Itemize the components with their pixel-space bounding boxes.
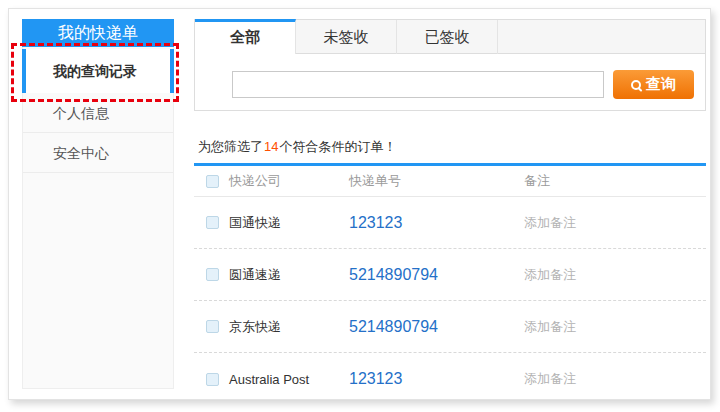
cell-add-remark-link[interactable]: 添加备注 <box>524 215 576 230</box>
search-button[interactable]: 查询 <box>613 70 694 99</box>
search-icon <box>631 80 641 90</box>
tracking-search-input[interactable] <box>232 71 604 98</box>
column-header-remark: 备注 <box>524 172 706 190</box>
row-checkbox[interactable] <box>206 320 219 333</box>
result-summary-suffix: 个符合条件的订单！ <box>279 139 396 154</box>
filter-panel: 全部未签收已签收 查询 <box>194 19 706 111</box>
cell-tracking-no-link[interactable]: 5214890794 <box>349 266 438 283</box>
sidebar-item[interactable]: 我的查询记录 <box>22 49 174 93</box>
result-count: 14 <box>263 139 279 154</box>
cell-company: 圆通速递 <box>229 266 349 284</box>
cell-tracking-no-link[interactable]: 123123 <box>349 214 402 231</box>
table-row: Australia Post 123123 添加备注 <box>194 353 706 405</box>
main-card: 我的快递单 我的查询记录个人信息安全中心 全部未签收已签收 查询 为您筛选了14… <box>8 8 711 400</box>
sidebar-title: 我的快递单 <box>22 19 174 47</box>
cell-company: Australia Post <box>229 372 349 387</box>
tab-bar: 全部未签收已签收 <box>195 20 705 54</box>
column-header-tracking-no: 快递单号 <box>349 172 524 190</box>
sidebar-item[interactable]: 个人信息 <box>23 93 173 133</box>
table-header-row: 快递公司 快递单号 备注 <box>194 166 706 197</box>
cell-tracking-no-link[interactable]: 123123 <box>349 370 402 387</box>
sidebar: 我的快递单 我的查询记录个人信息安全中心 <box>22 19 174 389</box>
cell-tracking-no-link[interactable]: 5214890794 <box>349 318 438 335</box>
row-checkbox[interactable] <box>206 216 219 229</box>
sidebar-item[interactable]: 安全中心 <box>23 133 173 173</box>
cell-company: 京东快递 <box>229 318 349 336</box>
row-checkbox[interactable] <box>206 268 219 281</box>
result-summary: 为您筛选了14个符合条件的订单！ <box>194 138 706 156</box>
cell-add-remark-link[interactable]: 添加备注 <box>524 267 576 282</box>
cell-add-remark-link[interactable]: 添加备注 <box>524 371 576 386</box>
row-checkbox[interactable] <box>206 373 219 386</box>
table-body: 国通快递 123123 添加备注 圆通速递 5214890794 添加备注 京东… <box>194 197 706 405</box>
cell-add-remark-link[interactable]: 添加备注 <box>524 319 576 334</box>
tab[interactable]: 全部 <box>195 19 296 54</box>
sidebar-menu: 我的查询记录个人信息安全中心 <box>23 49 173 173</box>
column-header-company: 快递公司 <box>229 172 349 190</box>
search-button-label: 查询 <box>646 75 676 94</box>
result-summary-prefix: 为您筛选了 <box>198 139 263 154</box>
cell-company: 国通快递 <box>229 214 349 232</box>
table-row: 京东快递 5214890794 添加备注 <box>194 301 706 353</box>
table-row: 国通快递 123123 添加备注 <box>194 197 706 249</box>
tab[interactable]: 已签收 <box>397 20 498 54</box>
tab[interactable]: 未签收 <box>296 20 397 54</box>
table-row: 圆通速递 5214890794 添加备注 <box>194 249 706 301</box>
orders-table: 快递公司 快递单号 备注 国通快递 123123 添加备注 圆通速递 52148… <box>194 166 706 405</box>
select-all-checkbox[interactable] <box>206 175 219 188</box>
main-content: 全部未签收已签收 查询 为您筛选了14个符合条件的订单！ 快递公司 快递单号 备… <box>194 19 706 405</box>
